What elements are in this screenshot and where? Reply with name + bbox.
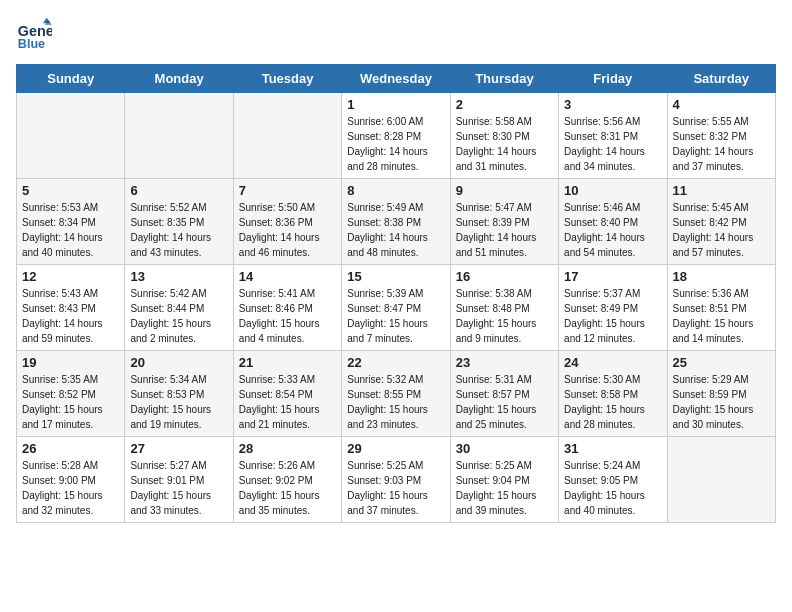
day-info: Sunrise: 5:42 AMSunset: 8:44 PMDaylight:… (130, 286, 227, 346)
day-number: 5 (22, 183, 119, 198)
day-number: 10 (564, 183, 661, 198)
calendar-cell (233, 93, 341, 179)
day-number: 14 (239, 269, 336, 284)
day-info: Sunrise: 5:45 AMSunset: 8:42 PMDaylight:… (673, 200, 770, 260)
day-info: Sunrise: 5:49 AMSunset: 8:38 PMDaylight:… (347, 200, 444, 260)
day-number: 4 (673, 97, 770, 112)
day-number: 2 (456, 97, 553, 112)
day-number: 31 (564, 441, 661, 456)
calendar-cell: 2Sunrise: 5:58 AMSunset: 8:30 PMDaylight… (450, 93, 558, 179)
day-number: 27 (130, 441, 227, 456)
day-number: 8 (347, 183, 444, 198)
calendar-cell: 25Sunrise: 5:29 AMSunset: 8:59 PMDayligh… (667, 351, 775, 437)
calendar-cell: 16Sunrise: 5:38 AMSunset: 8:48 PMDayligh… (450, 265, 558, 351)
day-info: Sunrise: 5:43 AMSunset: 8:43 PMDaylight:… (22, 286, 119, 346)
calendar-cell: 9Sunrise: 5:47 AMSunset: 8:39 PMDaylight… (450, 179, 558, 265)
weekday-header-saturday: Saturday (667, 65, 775, 93)
calendar-cell: 22Sunrise: 5:32 AMSunset: 8:55 PMDayligh… (342, 351, 450, 437)
day-number: 24 (564, 355, 661, 370)
day-info: Sunrise: 5:39 AMSunset: 8:47 PMDaylight:… (347, 286, 444, 346)
calendar-week-4: 19Sunrise: 5:35 AMSunset: 8:52 PMDayligh… (17, 351, 776, 437)
day-info: Sunrise: 6:00 AMSunset: 8:28 PMDaylight:… (347, 114, 444, 174)
day-number: 13 (130, 269, 227, 284)
day-info: Sunrise: 5:41 AMSunset: 8:46 PMDaylight:… (239, 286, 336, 346)
day-info: Sunrise: 5:55 AMSunset: 8:32 PMDaylight:… (673, 114, 770, 174)
calendar-cell: 14Sunrise: 5:41 AMSunset: 8:46 PMDayligh… (233, 265, 341, 351)
day-info: Sunrise: 5:56 AMSunset: 8:31 PMDaylight:… (564, 114, 661, 174)
svg-text:Blue: Blue (18, 37, 45, 51)
day-info: Sunrise: 5:50 AMSunset: 8:36 PMDaylight:… (239, 200, 336, 260)
calendar-cell: 11Sunrise: 5:45 AMSunset: 8:42 PMDayligh… (667, 179, 775, 265)
day-info: Sunrise: 5:24 AMSunset: 9:05 PMDaylight:… (564, 458, 661, 518)
day-info: Sunrise: 5:36 AMSunset: 8:51 PMDaylight:… (673, 286, 770, 346)
calendar-cell: 7Sunrise: 5:50 AMSunset: 8:36 PMDaylight… (233, 179, 341, 265)
day-number: 16 (456, 269, 553, 284)
calendar-cell: 20Sunrise: 5:34 AMSunset: 8:53 PMDayligh… (125, 351, 233, 437)
calendar-cell: 27Sunrise: 5:27 AMSunset: 9:01 PMDayligh… (125, 437, 233, 523)
calendar-week-3: 12Sunrise: 5:43 AMSunset: 8:43 PMDayligh… (17, 265, 776, 351)
calendar-cell: 26Sunrise: 5:28 AMSunset: 9:00 PMDayligh… (17, 437, 125, 523)
weekday-header-thursday: Thursday (450, 65, 558, 93)
svg-text:General: General (18, 23, 52, 39)
day-info: Sunrise: 5:31 AMSunset: 8:57 PMDaylight:… (456, 372, 553, 432)
day-number: 26 (22, 441, 119, 456)
day-info: Sunrise: 5:58 AMSunset: 8:30 PMDaylight:… (456, 114, 553, 174)
day-number: 15 (347, 269, 444, 284)
calendar-cell: 1Sunrise: 6:00 AMSunset: 8:28 PMDaylight… (342, 93, 450, 179)
day-number: 12 (22, 269, 119, 284)
day-number: 7 (239, 183, 336, 198)
weekday-header-friday: Friday (559, 65, 667, 93)
calendar-cell: 6Sunrise: 5:52 AMSunset: 8:35 PMDaylight… (125, 179, 233, 265)
calendar-cell: 17Sunrise: 5:37 AMSunset: 8:49 PMDayligh… (559, 265, 667, 351)
day-info: Sunrise: 5:52 AMSunset: 8:35 PMDaylight:… (130, 200, 227, 260)
calendar-week-1: 1Sunrise: 6:00 AMSunset: 8:28 PMDaylight… (17, 93, 776, 179)
calendar-cell (125, 93, 233, 179)
day-info: Sunrise: 5:35 AMSunset: 8:52 PMDaylight:… (22, 372, 119, 432)
day-number: 3 (564, 97, 661, 112)
weekday-header-tuesday: Tuesday (233, 65, 341, 93)
weekday-header-row: SundayMondayTuesdayWednesdayThursdayFrid… (17, 65, 776, 93)
day-number: 18 (673, 269, 770, 284)
day-info: Sunrise: 5:28 AMSunset: 9:00 PMDaylight:… (22, 458, 119, 518)
calendar-cell: 4Sunrise: 5:55 AMSunset: 8:32 PMDaylight… (667, 93, 775, 179)
calendar-cell: 21Sunrise: 5:33 AMSunset: 8:54 PMDayligh… (233, 351, 341, 437)
calendar-cell: 28Sunrise: 5:26 AMSunset: 9:02 PMDayligh… (233, 437, 341, 523)
day-info: Sunrise: 5:30 AMSunset: 8:58 PMDaylight:… (564, 372, 661, 432)
calendar-cell: 12Sunrise: 5:43 AMSunset: 8:43 PMDayligh… (17, 265, 125, 351)
day-number: 23 (456, 355, 553, 370)
calendar-cell: 10Sunrise: 5:46 AMSunset: 8:40 PMDayligh… (559, 179, 667, 265)
calendar-cell: 18Sunrise: 5:36 AMSunset: 8:51 PMDayligh… (667, 265, 775, 351)
day-number: 17 (564, 269, 661, 284)
day-info: Sunrise: 5:29 AMSunset: 8:59 PMDaylight:… (673, 372, 770, 432)
calendar-cell (667, 437, 775, 523)
logo-icon: General Blue (16, 16, 52, 52)
weekday-header-monday: Monday (125, 65, 233, 93)
day-info: Sunrise: 5:33 AMSunset: 8:54 PMDaylight:… (239, 372, 336, 432)
calendar-cell: 29Sunrise: 5:25 AMSunset: 9:03 PMDayligh… (342, 437, 450, 523)
calendar-week-5: 26Sunrise: 5:28 AMSunset: 9:00 PMDayligh… (17, 437, 776, 523)
calendar-cell: 13Sunrise: 5:42 AMSunset: 8:44 PMDayligh… (125, 265, 233, 351)
day-info: Sunrise: 5:26 AMSunset: 9:02 PMDaylight:… (239, 458, 336, 518)
day-info: Sunrise: 5:38 AMSunset: 8:48 PMDaylight:… (456, 286, 553, 346)
day-number: 9 (456, 183, 553, 198)
day-info: Sunrise: 5:37 AMSunset: 8:49 PMDaylight:… (564, 286, 661, 346)
day-info: Sunrise: 5:34 AMSunset: 8:53 PMDaylight:… (130, 372, 227, 432)
calendar-cell: 30Sunrise: 5:25 AMSunset: 9:04 PMDayligh… (450, 437, 558, 523)
day-info: Sunrise: 5:32 AMSunset: 8:55 PMDaylight:… (347, 372, 444, 432)
day-number: 19 (22, 355, 119, 370)
day-info: Sunrise: 5:25 AMSunset: 9:03 PMDaylight:… (347, 458, 444, 518)
day-info: Sunrise: 5:25 AMSunset: 9:04 PMDaylight:… (456, 458, 553, 518)
day-number: 6 (130, 183, 227, 198)
logo: General Blue (16, 16, 56, 52)
calendar-cell: 31Sunrise: 5:24 AMSunset: 9:05 PMDayligh… (559, 437, 667, 523)
calendar-cell (17, 93, 125, 179)
calendar-table: SundayMondayTuesdayWednesdayThursdayFrid… (16, 64, 776, 523)
day-number: 29 (347, 441, 444, 456)
calendar-cell: 24Sunrise: 5:30 AMSunset: 8:58 PMDayligh… (559, 351, 667, 437)
day-number: 21 (239, 355, 336, 370)
day-info: Sunrise: 5:47 AMSunset: 8:39 PMDaylight:… (456, 200, 553, 260)
calendar-cell: 3Sunrise: 5:56 AMSunset: 8:31 PMDaylight… (559, 93, 667, 179)
day-number: 30 (456, 441, 553, 456)
day-number: 1 (347, 97, 444, 112)
day-info: Sunrise: 5:46 AMSunset: 8:40 PMDaylight:… (564, 200, 661, 260)
